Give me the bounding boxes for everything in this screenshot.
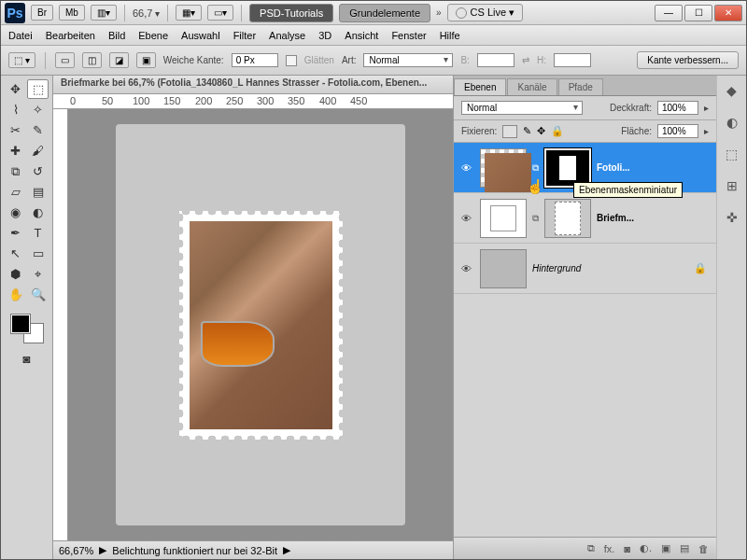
blur-tool[interactable]: ◉: [5, 203, 26, 222]
workspace-psd-tutorials[interactable]: PSD-Tutorials: [249, 4, 333, 22]
cs-live-button[interactable]: CS Live ▾: [447, 4, 524, 21]
menu-filter[interactable]: Filter: [233, 30, 256, 41]
status-tri1[interactable]: ▶: [99, 544, 106, 556]
minibridge-button[interactable]: Mb: [59, 5, 85, 21]
visibility-icon[interactable]: 👁: [458, 263, 474, 274]
document-tab[interactable]: Briefmarke bei 66,7% (Fotolia_1340860_L …: [53, 76, 453, 94]
visibility-icon[interactable]: 👁: [458, 162, 474, 174]
lock-position-icon[interactable]: ✥: [537, 125, 545, 137]
arrange-button[interactable]: ▭▾: [207, 5, 233, 21]
menu-hilfe[interactable]: Hilfe: [440, 30, 460, 41]
layer-name[interactable]: Briefm...: [597, 213, 712, 223]
tab-pfade[interactable]: Pfade: [558, 78, 603, 95]
tool-preset[interactable]: ⬚ ▾: [8, 52, 35, 68]
heal-tool[interactable]: ✚: [5, 141, 26, 161]
menu-datei[interactable]: Datei: [8, 30, 33, 41]
layers-panel-footer: ⧉ fx. ◙ ◐. ▣ ▤ 🗑: [454, 537, 716, 559]
menu-bearbeiten[interactable]: Bearbeiten: [46, 30, 95, 41]
swatches-panel-icon[interactable]: ◐: [723, 113, 741, 132]
crop-tool[interactable]: ✂: [5, 120, 26, 140]
layer-fx-icon[interactable]: fx.: [604, 543, 615, 554]
layer-name[interactable]: Fotoli...: [597, 162, 712, 173]
quickmask-toggle[interactable]: ◙: [16, 349, 37, 369]
layer-hintergrund[interactable]: 👁 Hintergrund 🔒: [454, 244, 716, 294]
history-brush-tool[interactable]: ↺: [27, 161, 49, 181]
menu-ebene[interactable]: Ebene: [138, 30, 168, 41]
close-button[interactable]: ✕: [714, 5, 742, 21]
marquee-rect-icon[interactable]: ▭: [55, 52, 75, 68]
tab-kanale[interactable]: Kanäle: [507, 78, 557, 95]
menu-fenster[interactable]: Fenster: [391, 30, 426, 41]
canvas[interactable]: [68, 109, 453, 540]
menu-auswahl[interactable]: Auswahl: [181, 30, 220, 41]
3d-tool[interactable]: ⬢: [5, 264, 26, 284]
adjustment-layer-icon[interactable]: ◐.: [640, 542, 652, 554]
styles-panel-icon[interactable]: ⬚: [723, 145, 741, 163]
maximize-button[interactable]: ☐: [684, 5, 712, 21]
opacity-arrow[interactable]: ▸: [704, 103, 709, 113]
zoom-value[interactable]: 66,7 ▾: [133, 7, 160, 19]
trash-icon[interactable]: 🗑: [698, 543, 709, 554]
move-tool[interactable]: ✥: [5, 79, 26, 99]
opacity-input[interactable]: [657, 101, 698, 115]
hand-tool[interactable]: ✋: [5, 285, 26, 304]
fill-arrow[interactable]: ▸: [704, 126, 709, 136]
type-tool[interactable]: T: [27, 223, 49, 243]
lasso-tool[interactable]: ⌇: [5, 100, 26, 119]
new-layer-icon[interactable]: ▤: [680, 542, 689, 554]
lock-pixels-icon[interactable]: ✎: [523, 125, 531, 137]
layer-mask-icon[interactable]: ◙: [624, 543, 630, 554]
clone-tool[interactable]: ⧉: [5, 161, 26, 181]
layer-mask-thumbnail[interactable]: [544, 199, 591, 238]
tab-ebenen[interactable]: Ebenen: [454, 78, 506, 95]
group-icon[interactable]: ▣: [661, 542, 670, 554]
layer-thumbnail[interactable]: [480, 199, 527, 238]
eraser-tool[interactable]: ▱: [5, 182, 26, 202]
menu-bild[interactable]: Bild: [108, 30, 125, 41]
refine-edge-button[interactable]: Kante verbessern...: [637, 51, 739, 69]
workspace-grundelemente[interactable]: Grundelemente: [339, 4, 430, 22]
dodge-tool[interactable]: ◐: [27, 203, 49, 222]
camera-tool[interactable]: ⌖: [27, 264, 49, 284]
minimize-button[interactable]: —: [655, 5, 683, 21]
color-swatches[interactable]: [11, 315, 43, 343]
adjustments-panel-icon[interactable]: ⊞: [723, 176, 741, 195]
view-extras-button[interactable]: ▦▾: [176, 5, 202, 21]
tooltip: Ebenenmaskenminiatur: [573, 182, 683, 198]
layer-thumbnail[interactable]: [480, 148, 527, 188]
marquee-add-icon[interactable]: ◫: [82, 52, 102, 68]
masks-panel-icon[interactable]: ✜: [723, 208, 741, 227]
bridge-button[interactable]: Br: [31, 5, 53, 21]
status-zoom[interactable]: 66,67%: [59, 545, 93, 556]
lock-all-icon[interactable]: 🔒: [551, 125, 564, 137]
path-select-tool[interactable]: ↖: [5, 244, 26, 263]
marquee-intersect-icon[interactable]: ▣: [136, 52, 156, 68]
marquee-tool[interactable]: ⬚: [27, 79, 49, 99]
pen-tool[interactable]: ✒: [5, 223, 26, 243]
layer-name[interactable]: Hintergrund: [532, 263, 712, 273]
antialias-checkbox[interactable]: [286, 55, 297, 66]
shape-tool[interactable]: ▭: [27, 244, 49, 263]
layer-briefmarke[interactable]: 👁 ⧉ Briefm...: [454, 193, 716, 244]
zoom-tool[interactable]: 🔍: [27, 285, 49, 304]
screen-mode-button[interactable]: ▥▾: [91, 5, 117, 21]
gradient-tool[interactable]: ▤: [27, 182, 49, 202]
style-dropdown[interactable]: Normal: [363, 53, 453, 67]
visibility-icon[interactable]: 👁: [458, 213, 474, 224]
blend-mode-dropdown[interactable]: Normal: [461, 101, 583, 115]
brush-tool[interactable]: 🖌: [27, 141, 49, 161]
layer-thumbnail[interactable]: [480, 249, 527, 288]
workspace-more[interactable]: »: [436, 7, 442, 18]
menu-analyse[interactable]: Analyse: [269, 30, 305, 41]
eyedropper-tool[interactable]: ✎: [27, 120, 49, 140]
fill-input[interactable]: [657, 124, 698, 138]
menu-3d[interactable]: 3D: [318, 30, 331, 41]
link-layers-icon[interactable]: ⧉: [587, 542, 595, 554]
marquee-sub-icon[interactable]: ◪: [109, 52, 129, 68]
wand-tool[interactable]: ✧: [27, 100, 49, 119]
color-panel-icon[interactable]: ◆: [723, 81, 741, 100]
status-tri2[interactable]: ▶: [283, 544, 290, 556]
lock-transparency-icon[interactable]: [502, 125, 517, 138]
feather-input[interactable]: [232, 53, 278, 67]
menu-ansicht[interactable]: Ansicht: [345, 30, 378, 41]
